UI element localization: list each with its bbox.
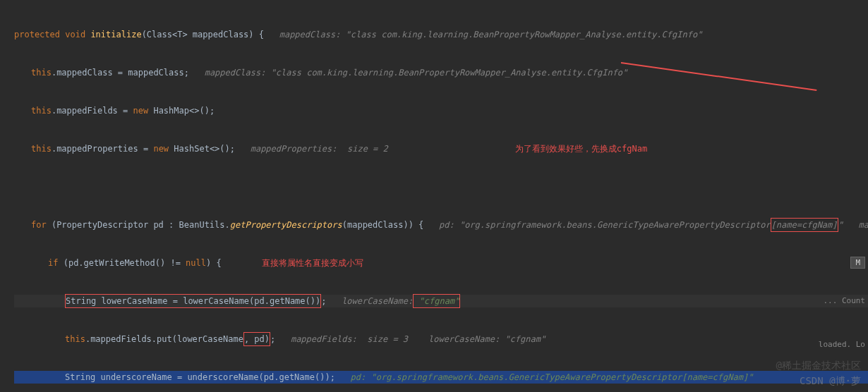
annotation-2: 直接将属性名直接变成小写 (222, 257, 364, 269)
highlight-pd-arg: , pd) (243, 332, 270, 346)
loaded-label: loaded. Lo (819, 340, 865, 349)
watermark: CSDN @博·萝 (800, 375, 861, 388)
highlight-cfgnam-value: "cfgnam" (413, 294, 460, 308)
annotation-1: 为了看到效果好些，先换成cfgNam (515, 142, 647, 155)
memory-button[interactable]: M (850, 257, 865, 269)
code-editor[interactable]: protected void initialize(Class<T> mappe… (0, 0, 868, 392)
watermark: @稀土掘金技术社区 (776, 360, 861, 372)
count-label: ... Count (823, 296, 865, 305)
highlight-name-cfgnam: [name=cfgNam] (771, 218, 838, 232)
highlight-lowercasename-line: String lowerCaseName = lowerCaseName(pd.… (65, 294, 321, 308)
current-execution-line: String underscoreName = underscoreName(p… (14, 371, 868, 384)
